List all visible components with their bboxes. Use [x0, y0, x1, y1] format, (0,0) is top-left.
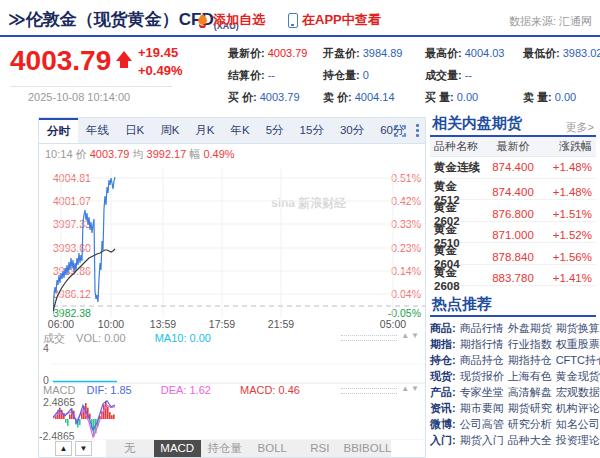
- info-price-label: 价: [76, 148, 87, 160]
- hot-link[interactable]: 专家坐堂: [460, 386, 504, 398]
- quote-field-value: --: [465, 69, 472, 81]
- hot-link[interactable]: 研究分析: [508, 418, 552, 430]
- volume-collapse-icons[interactable]: ▲▼: [401, 331, 421, 340]
- futures-name: 黄金2608: [430, 265, 482, 292]
- hot-row-0: 商品:商品行情外盘期货期货换算: [430, 321, 596, 337]
- hot-link[interactable]: 期货换算: [556, 322, 600, 334]
- hot-link[interactable]: 期市要闻: [460, 402, 504, 414]
- info-price: 4003.79: [90, 148, 130, 160]
- indicator-tab-0[interactable]: 无: [106, 440, 154, 457]
- futures-table-body: 黄金连续874.400+1.48%黄金2512874.400+1.48%黄金26…: [430, 157, 596, 286]
- quote-field-0: 最新价:4003.79: [228, 46, 323, 68]
- hot-link[interactable]: 商品行情: [460, 322, 504, 334]
- futures-col-header-0: 品种名称: [430, 139, 482, 154]
- hot-link[interactable]: 行业指数: [508, 338, 552, 350]
- quote-field-11: 卖 量:0.00: [523, 90, 600, 112]
- hot-link[interactable]: 黄金现货: [556, 370, 600, 382]
- hot-row-6: 微博:公司高管研究分析知名公司: [430, 417, 596, 433]
- x-axis-label: 17:59: [209, 318, 235, 330]
- hot-link[interactable]: 期货入门: [460, 434, 504, 446]
- x-axis-label: 21:59: [268, 318, 294, 330]
- macd-title: MACD: [43, 384, 75, 396]
- macd-resize-handle[interactable]: [341, 388, 397, 394]
- data-source: 数据来源: 汇通网: [509, 14, 592, 29]
- indicator-tab-3[interactable]: BOLL: [249, 440, 297, 457]
- quote-field-label: 成交量:: [425, 69, 462, 81]
- indicator-tab-2[interactable]: 持仓量: [201, 440, 249, 457]
- quote-timestamp: 2025-10-08 10:14:00: [28, 91, 130, 103]
- hot-link[interactable]: 外盘期货: [508, 322, 552, 334]
- volume-chart: [53, 344, 425, 384]
- hot-link[interactable]: 期指行情: [460, 338, 504, 350]
- more-options-icon[interactable]: [416, 124, 419, 137]
- quote-field-label: 结算价:: [228, 69, 265, 81]
- price-chart-pane[interactable]: sina 新浪财经 4004.810.51%4001.070.42%3997.3…: [39, 161, 425, 318]
- futures-more-link[interactable]: 更多>: [566, 120, 594, 135]
- indicator-up-button[interactable]: ▲: [55, 441, 72, 456]
- title-prefix: ≫: [8, 10, 26, 29]
- chart-tab-0[interactable]: 分时: [39, 118, 78, 143]
- hot-link[interactable]: 现货报价: [460, 370, 504, 382]
- macd-collapse-icons[interactable]: ▲▼: [401, 384, 421, 393]
- hot-row-label: 期指:: [430, 338, 456, 350]
- hot-link[interactable]: 机构评论: [556, 402, 600, 414]
- hot-title: 热点推荐: [432, 295, 492, 314]
- hot-link[interactable]: 期货研究: [508, 402, 552, 414]
- hot-link[interactable]: 上海有色: [508, 370, 552, 382]
- quote-panel: 4003.79 +19.45 +0.49% 2025-10-08 10:14:0…: [0, 39, 600, 115]
- chart-tab-7[interactable]: 15分: [292, 118, 332, 143]
- hot-link[interactable]: 公司高管: [460, 418, 504, 430]
- chart-tab-4[interactable]: 月K: [187, 118, 222, 143]
- futures-price: 876.800: [482, 208, 544, 220]
- chart-tab-2[interactable]: 日K: [117, 118, 152, 143]
- volume-pane[interactable]: 4 0: [39, 344, 425, 384]
- indicator-tab-1[interactable]: MACD: [154, 440, 202, 457]
- hot-row-label: 微博:: [430, 418, 456, 430]
- futures-row-4[interactable]: 黄金2604878.840+1.56%: [430, 243, 596, 265]
- hot-link[interactable]: 高清解盘: [508, 386, 552, 398]
- futures-row-5[interactable]: 黄金2608883.780+1.41%: [430, 265, 596, 287]
- hot-link[interactable]: 期指持仓: [508, 354, 552, 366]
- volume-vol-label: VOL: 0.00: [76, 332, 126, 344]
- futures-row-0[interactable]: 黄金连续874.400+1.48%: [430, 157, 596, 179]
- quote-field-2: 最高价:4004.03: [425, 46, 523, 68]
- indicator-bar: ▲ ▼ 无MACD持仓量BOLLRSIBBIBOLL: [39, 440, 425, 457]
- x-axis-label: 06:00: [48, 318, 74, 330]
- quote-field-1: 开盘价:3984.89: [323, 46, 425, 68]
- fullscreen-icon[interactable]: [394, 125, 406, 137]
- quote-field-7: [523, 68, 600, 90]
- hot-link[interactable]: 权重股票: [556, 338, 600, 350]
- futures-row-1[interactable]: 黄金2512874.400+1.48%: [430, 179, 596, 201]
- last-price: 4003.79: [10, 45, 111, 77]
- chart-tab-3[interactable]: 周K: [152, 118, 187, 143]
- indicator-down-button[interactable]: ▼: [75, 441, 92, 456]
- indicator-tab-4[interactable]: RSI: [296, 440, 344, 457]
- add-watchlist-button[interactable]: 添加自选: [196, 11, 265, 29]
- quote-field-label: 最高价:: [425, 47, 462, 59]
- hot-link[interactable]: 知名公司: [556, 418, 600, 430]
- chart-tab-6[interactable]: 5分: [258, 118, 292, 143]
- hot-link[interactable]: 商品持仓: [460, 354, 504, 366]
- futures-row-3[interactable]: 黄金2510871.000+1.52%: [430, 222, 596, 244]
- futures-row-2[interactable]: 黄金2602876.800+1.51%: [430, 200, 596, 222]
- x-axis-label: 05:00: [380, 318, 406, 330]
- hot-link[interactable]: 宏观数据: [556, 386, 600, 398]
- hot-title-row: 热点推荐: [430, 293, 596, 317]
- view-in-app-button[interactable]: 在APP中查看: [288, 11, 381, 29]
- macd-dif-label: DIF: 1.85: [86, 384, 131, 396]
- indicator-tab-5[interactable]: BBIBOLL: [344, 440, 392, 457]
- hot-link[interactable]: 投资理论: [556, 434, 600, 446]
- up-arrow-icon: [116, 51, 132, 69]
- macd-pane[interactable]: 2.4865 -2.4865: [39, 398, 425, 440]
- quote-field-value: 4004.03: [465, 47, 505, 59]
- chart-tab-1[interactable]: 年线: [78, 118, 117, 143]
- volume-resize-handle[interactable]: [341, 335, 397, 341]
- quote-field-label: 买 价:: [228, 91, 257, 103]
- quote-field-9: 卖 价:4004.14: [323, 90, 425, 112]
- chart-tab-5[interactable]: 年K: [223, 118, 258, 143]
- chart-tab-8[interactable]: 30分: [332, 118, 372, 143]
- hot-link[interactable]: 品种大全: [508, 434, 552, 446]
- hot-link[interactable]: CFTC持仓: [556, 354, 600, 366]
- info-amp: 0.49%: [203, 148, 234, 160]
- quote-field-label: 最新价:: [228, 47, 265, 59]
